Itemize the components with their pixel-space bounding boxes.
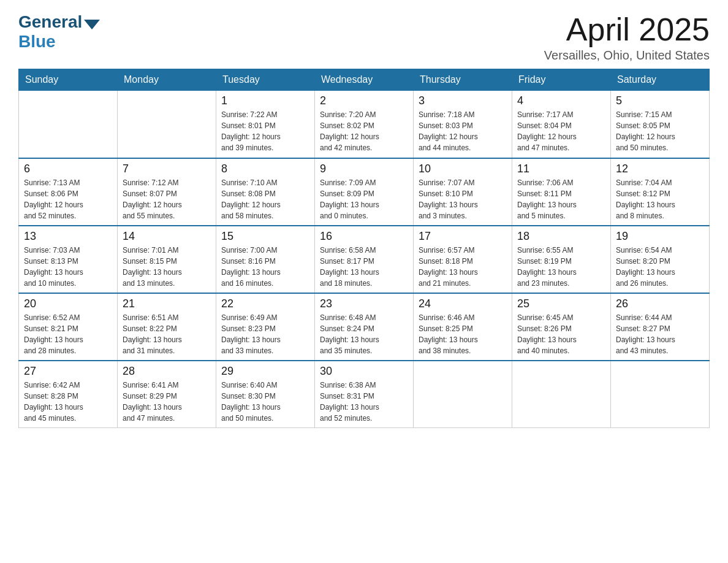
calendar-day-header: Friday xyxy=(512,69,611,91)
day-number: 16 xyxy=(320,230,408,243)
day-number: 22 xyxy=(221,297,309,310)
day-info: Sunrise: 6:40 AM Sunset: 8:30 PM Dayligh… xyxy=(221,380,309,424)
calendar-day-cell: 26Sunrise: 6:44 AM Sunset: 8:27 PM Dayli… xyxy=(611,293,710,361)
day-info: Sunrise: 7:18 AM Sunset: 8:03 PM Dayligh… xyxy=(419,109,507,153)
day-info: Sunrise: 7:06 AM Sunset: 8:11 PM Dayligh… xyxy=(517,177,605,221)
day-info: Sunrise: 6:54 AM Sunset: 8:20 PM Dayligh… xyxy=(616,245,704,289)
day-number: 27 xyxy=(24,365,112,378)
page-header: General Blue April 2025 Versailles, Ohio… xyxy=(18,12,710,63)
day-info: Sunrise: 6:44 AM Sunset: 8:27 PM Dayligh… xyxy=(616,312,704,356)
day-info: Sunrise: 6:48 AM Sunset: 8:24 PM Dayligh… xyxy=(320,312,408,356)
day-info: Sunrise: 6:42 AM Sunset: 8:28 PM Dayligh… xyxy=(24,380,112,424)
day-number: 26 xyxy=(616,297,704,310)
calendar-day-cell: 24Sunrise: 6:46 AM Sunset: 8:25 PM Dayli… xyxy=(414,293,512,361)
day-number: 14 xyxy=(123,230,211,243)
day-number: 18 xyxy=(517,230,605,243)
calendar-day-cell: 22Sunrise: 6:49 AM Sunset: 8:23 PM Dayli… xyxy=(216,293,315,361)
day-number: 20 xyxy=(24,297,112,310)
calendar-day-cell: 29Sunrise: 6:40 AM Sunset: 8:30 PM Dayli… xyxy=(216,361,315,428)
day-info: Sunrise: 7:01 AM Sunset: 8:15 PM Dayligh… xyxy=(123,245,211,289)
calendar-day-cell: 19Sunrise: 6:54 AM Sunset: 8:20 PM Dayli… xyxy=(611,226,710,293)
day-info: Sunrise: 6:46 AM Sunset: 8:25 PM Dayligh… xyxy=(419,312,507,356)
day-info: Sunrise: 7:04 AM Sunset: 8:12 PM Dayligh… xyxy=(616,177,704,221)
day-number: 5 xyxy=(616,94,704,107)
day-info: Sunrise: 7:00 AM Sunset: 8:16 PM Dayligh… xyxy=(221,245,309,289)
calendar-day-cell xyxy=(414,361,512,428)
day-info: Sunrise: 7:15 AM Sunset: 8:05 PM Dayligh… xyxy=(616,109,704,153)
day-number: 30 xyxy=(320,365,408,378)
calendar-week-row: 1Sunrise: 7:22 AM Sunset: 8:01 PM Daylig… xyxy=(19,91,710,158)
day-number: 2 xyxy=(320,94,408,107)
calendar-day-header: Tuesday xyxy=(216,69,315,91)
calendar-day-cell xyxy=(19,91,118,158)
calendar-day-cell: 27Sunrise: 6:42 AM Sunset: 8:28 PM Dayli… xyxy=(19,361,118,428)
day-number: 12 xyxy=(616,163,704,175)
day-number: 6 xyxy=(24,163,112,175)
logo-blue-text: Blue xyxy=(18,32,56,51)
calendar-day-cell xyxy=(611,361,710,428)
title-block: April 2025 Versailles, Ohio, United Stat… xyxy=(544,12,710,63)
calendar-day-header: Wednesday xyxy=(315,69,414,91)
day-info: Sunrise: 7:03 AM Sunset: 8:13 PM Dayligh… xyxy=(24,245,112,289)
day-number: 9 xyxy=(320,163,408,175)
calendar-day-cell: 7Sunrise: 7:12 AM Sunset: 8:07 PM Daylig… xyxy=(118,158,216,226)
day-info: Sunrise: 6:52 AM Sunset: 8:21 PM Dayligh… xyxy=(24,312,112,356)
calendar-day-cell: 9Sunrise: 7:09 AM Sunset: 8:09 PM Daylig… xyxy=(315,158,414,226)
day-info: Sunrise: 7:17 AM Sunset: 8:04 PM Dayligh… xyxy=(517,109,605,153)
calendar-week-row: 13Sunrise: 7:03 AM Sunset: 8:13 PM Dayli… xyxy=(19,226,710,293)
day-info: Sunrise: 7:07 AM Sunset: 8:10 PM Dayligh… xyxy=(419,177,507,221)
calendar-table: SundayMondayTuesdayWednesdayThursdayFrid… xyxy=(18,69,710,428)
day-number: 8 xyxy=(221,163,309,175)
calendar-day-header: Thursday xyxy=(414,69,512,91)
page-title: April 2025 xyxy=(544,12,710,47)
day-info: Sunrise: 6:55 AM Sunset: 8:19 PM Dayligh… xyxy=(517,245,605,289)
calendar-day-cell: 23Sunrise: 6:48 AM Sunset: 8:24 PM Dayli… xyxy=(315,293,414,361)
calendar-week-row: 6Sunrise: 7:13 AM Sunset: 8:06 PM Daylig… xyxy=(19,158,710,226)
day-info: Sunrise: 7:13 AM Sunset: 8:06 PM Dayligh… xyxy=(24,177,112,221)
calendar-day-header: Saturday xyxy=(611,69,710,91)
calendar-day-cell: 21Sunrise: 6:51 AM Sunset: 8:22 PM Dayli… xyxy=(118,293,216,361)
day-info: Sunrise: 7:20 AM Sunset: 8:02 PM Dayligh… xyxy=(320,109,408,153)
calendar-day-cell: 1Sunrise: 7:22 AM Sunset: 8:01 PM Daylig… xyxy=(216,91,315,158)
calendar-day-cell: 30Sunrise: 6:38 AM Sunset: 8:31 PM Dayli… xyxy=(315,361,414,428)
calendar-day-cell: 11Sunrise: 7:06 AM Sunset: 8:11 PM Dayli… xyxy=(512,158,611,226)
day-number: 11 xyxy=(517,163,605,175)
calendar-week-row: 20Sunrise: 6:52 AM Sunset: 8:21 PM Dayli… xyxy=(19,293,710,361)
calendar-week-row: 27Sunrise: 6:42 AM Sunset: 8:28 PM Dayli… xyxy=(19,361,710,428)
day-number: 25 xyxy=(517,297,605,310)
day-info: Sunrise: 7:22 AM Sunset: 8:01 PM Dayligh… xyxy=(221,109,309,153)
day-number: 1 xyxy=(221,94,309,107)
calendar-day-header: Sunday xyxy=(19,69,118,91)
calendar-day-cell: 14Sunrise: 7:01 AM Sunset: 8:15 PM Dayli… xyxy=(118,226,216,293)
day-info: Sunrise: 6:49 AM Sunset: 8:23 PM Dayligh… xyxy=(221,312,309,356)
day-info: Sunrise: 7:12 AM Sunset: 8:07 PM Dayligh… xyxy=(123,177,211,221)
day-number: 23 xyxy=(320,297,408,310)
day-info: Sunrise: 6:51 AM Sunset: 8:22 PM Dayligh… xyxy=(123,312,211,356)
calendar-day-cell: 2Sunrise: 7:20 AM Sunset: 8:02 PM Daylig… xyxy=(315,91,414,158)
day-info: Sunrise: 6:38 AM Sunset: 8:31 PM Dayligh… xyxy=(320,380,408,424)
calendar-day-cell: 20Sunrise: 6:52 AM Sunset: 8:21 PM Dayli… xyxy=(19,293,118,361)
calendar-day-cell: 18Sunrise: 6:55 AM Sunset: 8:19 PM Dayli… xyxy=(512,226,611,293)
calendar-day-cell: 5Sunrise: 7:15 AM Sunset: 8:05 PM Daylig… xyxy=(611,91,710,158)
calendar-day-header: Monday xyxy=(118,69,216,91)
day-number: 15 xyxy=(221,230,309,243)
day-number: 17 xyxy=(419,230,507,243)
logo: General Blue xyxy=(18,12,100,52)
calendar-day-cell: 13Sunrise: 7:03 AM Sunset: 8:13 PM Dayli… xyxy=(19,226,118,293)
day-number: 10 xyxy=(419,163,507,175)
calendar-day-cell: 10Sunrise: 7:07 AM Sunset: 8:10 PM Dayli… xyxy=(414,158,512,226)
day-info: Sunrise: 6:41 AM Sunset: 8:29 PM Dayligh… xyxy=(123,380,211,424)
day-number: 21 xyxy=(123,297,211,310)
calendar-day-cell: 3Sunrise: 7:18 AM Sunset: 8:03 PM Daylig… xyxy=(414,91,512,158)
day-number: 19 xyxy=(616,230,704,243)
calendar-day-cell: 25Sunrise: 6:45 AM Sunset: 8:26 PM Dayli… xyxy=(512,293,611,361)
page-location: Versailles, Ohio, United States xyxy=(544,48,710,63)
calendar-day-cell xyxy=(512,361,611,428)
calendar-day-cell: 16Sunrise: 6:58 AM Sunset: 8:17 PM Dayli… xyxy=(315,226,414,293)
calendar-day-cell: 8Sunrise: 7:10 AM Sunset: 8:08 PM Daylig… xyxy=(216,158,315,226)
day-number: 7 xyxy=(123,163,211,175)
calendar-day-cell: 15Sunrise: 7:00 AM Sunset: 8:16 PM Dayli… xyxy=(216,226,315,293)
calendar-day-cell: 4Sunrise: 7:17 AM Sunset: 8:04 PM Daylig… xyxy=(512,91,611,158)
day-info: Sunrise: 7:09 AM Sunset: 8:09 PM Dayligh… xyxy=(320,177,408,221)
logo-general-text: General xyxy=(18,12,82,32)
